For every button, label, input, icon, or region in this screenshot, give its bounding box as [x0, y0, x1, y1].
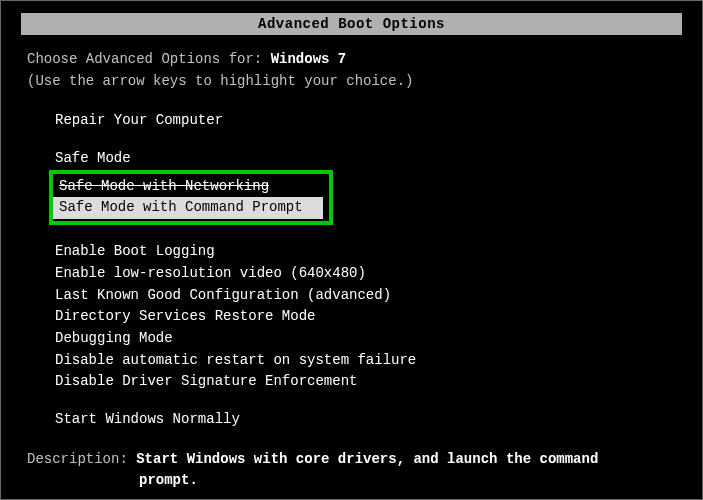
- option-normal[interactable]: Start Windows Normally: [55, 409, 676, 431]
- option-boot-log[interactable]: Enable Boot Logging: [55, 241, 676, 263]
- option-low-res[interactable]: Enable low-resolution video (640x480): [55, 263, 676, 285]
- description-label: Description:: [27, 451, 136, 467]
- option-no-sig[interactable]: Disable Driver Signature Enforcement: [55, 371, 676, 393]
- description-block: Description: Start Windows with core dri…: [27, 449, 676, 492]
- description-text-2: prompt.: [27, 470, 676, 492]
- title-text: Advanced Boot Options: [258, 16, 445, 32]
- highlight-annotation: Safe Mode with Networking Safe Mode with…: [49, 170, 333, 225]
- boot-options-screen: Advanced Boot Options Choose Advanced Op…: [0, 0, 703, 500]
- option-lkgc[interactable]: Last Known Good Configuration (advanced): [55, 285, 676, 307]
- options-list: Repair Your Computer Safe Mode Safe Mode…: [55, 110, 676, 430]
- option-safe-mode[interactable]: Safe Mode: [55, 148, 676, 170]
- os-name: Windows 7: [271, 51, 347, 67]
- option-repair[interactable]: Repair Your Computer: [55, 110, 676, 132]
- option-debug[interactable]: Debugging Mode: [55, 328, 676, 350]
- option-no-restart[interactable]: Disable automatic restart on system fail…: [55, 350, 676, 372]
- intro-prefix: Choose Advanced Options for:: [27, 51, 271, 67]
- intro-block: Choose Advanced Options for: Windows 7 (…: [27, 49, 676, 92]
- option-safe-cmd-selected[interactable]: Safe Mode with Command Prompt: [53, 197, 323, 219]
- option-safe-networking[interactable]: Safe Mode with Networking: [53, 176, 323, 198]
- description-text-1: Start Windows with core drivers, and lau…: [136, 451, 598, 467]
- content-area: Choose Advanced Options for: Windows 7 (…: [1, 49, 702, 492]
- title-bar: Advanced Boot Options: [21, 13, 682, 35]
- option-dsrm[interactable]: Directory Services Restore Mode: [55, 306, 676, 328]
- hint-text: (Use the arrow keys to highlight your ch…: [27, 71, 676, 93]
